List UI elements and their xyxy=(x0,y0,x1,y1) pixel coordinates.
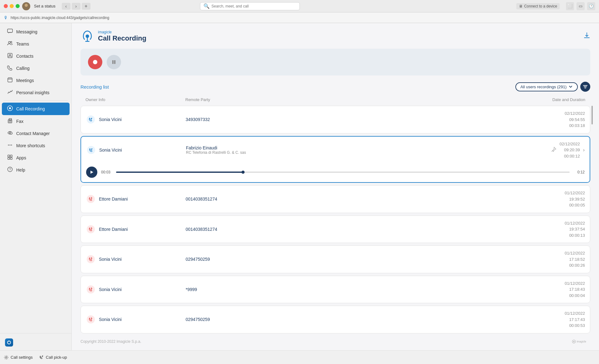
close-dot[interactable] xyxy=(4,4,8,8)
filter-dropdown-label: All users recordings (291) xyxy=(520,85,567,89)
svg-rect-23 xyxy=(10,158,12,159)
recording-list-header: Recording list All users recordings (291… xyxy=(80,82,590,92)
minimize-dot[interactable] xyxy=(10,4,14,8)
imagicle-logo xyxy=(0,336,71,349)
pause-button[interactable] xyxy=(107,55,121,69)
chevron-right-icon[interactable]: › xyxy=(583,147,585,153)
owner-col-header: Owner Info xyxy=(85,97,185,102)
call-missed-icon xyxy=(86,224,96,234)
contacts-label: Contacts xyxy=(16,54,33,59)
calling-label: Calling xyxy=(16,66,30,71)
table-row[interactable]: Sonia Vicini Fabrizio Einaudi RC Telefon… xyxy=(80,136,590,183)
expand-button[interactable]: ⬜ xyxy=(566,2,574,10)
svg-point-3 xyxy=(8,41,10,43)
table-row[interactable]: Ettore Damiani 0014038351274 01/12/20221… xyxy=(80,185,590,213)
url-text[interactable]: https://uccs-public.imagicle.cloud:443/g… xyxy=(11,16,109,20)
svg-rect-33 xyxy=(114,60,115,64)
owner-cell: Sonia Vicini xyxy=(86,284,186,294)
svg-point-31 xyxy=(93,60,97,64)
sidebar-item-teams[interactable]: Teams xyxy=(2,38,70,50)
svg-rect-32 xyxy=(112,60,114,64)
settings-icon xyxy=(4,355,9,360)
remote-name: 0294750259 xyxy=(186,257,523,262)
sidebar-item-more-shortcuts[interactable]: More shortcuts xyxy=(2,140,70,152)
owner-name: Ettore Damiani xyxy=(99,227,128,232)
play-button[interactable] xyxy=(86,167,97,178)
sidebar-item-calling[interactable]: Calling xyxy=(2,62,70,74)
new-tab-button[interactable]: + xyxy=(82,3,90,10)
messaging-icon xyxy=(7,28,13,35)
status-label[interactable]: Set a status xyxy=(34,4,56,8)
search-input[interactable] xyxy=(212,4,296,8)
scrollbar[interactable] xyxy=(592,106,593,124)
date-col-header: Date and Duration xyxy=(523,97,585,102)
sidebar-item-personal-insights[interactable]: Personal insights xyxy=(2,87,70,99)
table-row[interactable]: Ettore Damiani 0014038351274 01/12/20221… xyxy=(80,216,590,243)
recording-list-title: Recording list xyxy=(80,84,109,90)
call-missed-icon xyxy=(86,254,96,264)
table-row[interactable]: Sonia Vicini 0294750259 01/12/202217:17:… xyxy=(80,306,590,333)
call-missed-icon xyxy=(86,194,96,204)
more-icon xyxy=(7,142,13,149)
remote-cell: 0014038351274 xyxy=(186,197,523,201)
fax-label: Fax xyxy=(16,119,23,124)
help-label: Help xyxy=(16,167,25,172)
connect-device-button[interactable]: 🖥 Connect to a device xyxy=(516,3,560,9)
call-pickup-label: Call pick-up xyxy=(46,355,67,360)
filter-dropdown-button[interactable]: All users recordings (291) xyxy=(515,82,578,91)
svg-point-12 xyxy=(9,107,11,109)
owner-cell: Sonia Vicini xyxy=(86,114,186,124)
filter-area: All users recordings (291) xyxy=(515,82,590,92)
app-title: Call Recording xyxy=(98,34,146,42)
filter-icon-button[interactable] xyxy=(580,82,590,92)
contact-manager-icon xyxy=(7,130,13,137)
record-button[interactable] xyxy=(88,55,102,69)
call-missed-icon xyxy=(86,314,96,324)
sidebar-item-meetings[interactable]: Meetings xyxy=(2,75,70,86)
traffic-lights xyxy=(4,4,20,8)
sidebar-item-contacts[interactable]: Contacts xyxy=(2,50,70,62)
table-row[interactable]: Sonia Vicini *9999 01/12/202217:18:4300:… xyxy=(80,276,590,303)
titlebar-right: ⬜ ▭ 🕐 xyxy=(566,2,595,10)
pin-icon[interactable] xyxy=(551,147,557,153)
date-duration: 01/12/202217:17:4300:00:53 xyxy=(523,310,585,329)
maximize-dot[interactable] xyxy=(16,4,20,8)
svg-rect-15 xyxy=(9,121,11,122)
search-bar[interactable]: 🔍 xyxy=(200,2,300,10)
call-pickup-item[interactable]: Call pick-up xyxy=(39,355,67,360)
progress-track[interactable] xyxy=(116,172,570,173)
table-row[interactable]: Sonia Vicini 3493097332 02/12/202209:54:… xyxy=(80,106,590,133)
sidebar-item-fax[interactable]: Fax xyxy=(2,115,70,127)
progress-thumb xyxy=(241,171,245,174)
call-missed-icon xyxy=(86,284,96,294)
svg-rect-7 xyxy=(8,78,12,82)
call-settings-item[interactable]: Call settings xyxy=(4,355,33,360)
messaging-label: Messaging xyxy=(16,29,37,34)
remote-cell: 0014038351274 xyxy=(186,227,523,232)
back-button[interactable]: ‹ xyxy=(62,3,71,10)
sidebar-item-call-recording[interactable]: Call Recording xyxy=(2,103,70,115)
owner-cell: Sonia Vicini xyxy=(86,254,186,264)
sidebar-divider xyxy=(4,100,68,101)
avatar[interactable] xyxy=(22,2,30,10)
history-button[interactable]: 🕐 xyxy=(587,2,595,10)
sidebar-item-apps[interactable]: Apps xyxy=(2,152,70,164)
window-button[interactable]: ▭ xyxy=(577,2,585,10)
sidebar-item-contact-manager[interactable]: Contact Manager xyxy=(2,128,70,139)
svg-point-40 xyxy=(87,255,95,263)
sidebar-item-messaging[interactable]: Messaging xyxy=(2,26,70,38)
app-container: imagicle Call Recording Recor xyxy=(72,23,599,350)
row-main: Ettore Damiani 0014038351274 01/12/20221… xyxy=(81,186,590,213)
remote-name: 0294750259 xyxy=(186,317,523,322)
remote-cell: 0294750259 xyxy=(186,257,523,262)
owner-name: Sonia Vicini xyxy=(99,117,122,122)
bottom-bar: Call settings Call pick-up xyxy=(0,350,599,364)
sidebar-item-help[interactable]: ? Help xyxy=(2,164,70,176)
remote-cell: Fabrizio Einaudi RC Telefonia di Rastrel… xyxy=(186,145,522,155)
app-exit-button[interactable] xyxy=(583,32,590,41)
forward-button[interactable]: › xyxy=(72,3,80,10)
table-row[interactable]: Sonia Vicini 0294750259 01/12/202217:18:… xyxy=(80,245,590,273)
svg-point-4 xyxy=(11,41,12,43)
remote-name: 0014038351274 xyxy=(186,227,523,232)
teams-label: Teams xyxy=(16,41,29,46)
